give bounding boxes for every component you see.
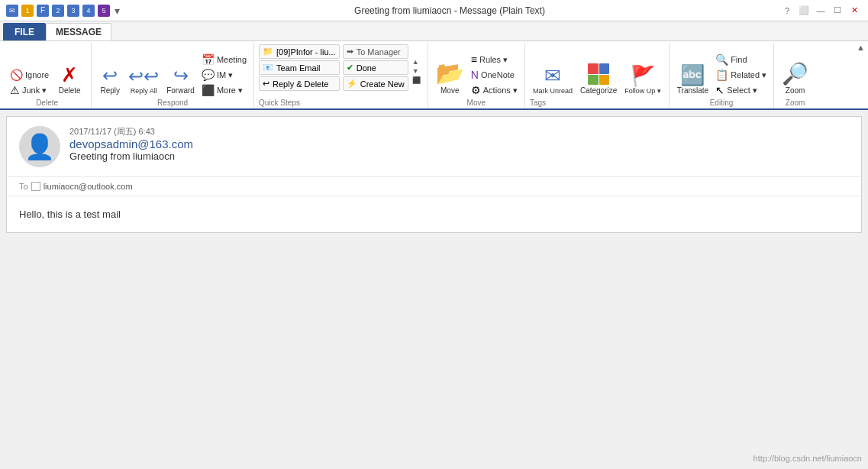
message-wrapper: 👤 2017/11/17 (周五) 6:43 devopsadmin@163.c… <box>0 110 868 239</box>
select-button[interactable]: ↖ Select ▾ <box>713 83 769 97</box>
ribbon-collapse-button[interactable]: ▲ <box>857 43 865 52</box>
qs-item-2[interactable]: 📧 Team Email <box>259 60 340 75</box>
onenote-icon: N <box>471 69 479 81</box>
message-area: 👤 2017/11/17 (周五) 6:43 devopsadmin@163.c… <box>6 116 862 233</box>
ignore-icon: 🚫 <box>10 69 23 81</box>
translate-icon: 🔤 <box>680 65 705 85</box>
respond-stack: 📅 Meeting 💬 IM ▾ ⬛ More ▾ <box>199 53 249 97</box>
reply-all-button[interactable]: ↩↩ Reply All <box>125 66 162 97</box>
qs-item-1[interactable]: 📁 [09]PInfor - liu... <box>259 44 340 59</box>
minimize-button[interactable]: — <box>813 4 828 18</box>
actions-button[interactable]: ⚙ Actions ▾ <box>469 83 520 97</box>
categorize-icon <box>588 63 609 85</box>
junk-button[interactable]: ⚠ Junk ▾ <box>8 83 51 97</box>
mark-unread-button[interactable]: ✉ Mark Unread <box>530 64 576 97</box>
quick-steps-content: 📁 [09]PInfor - liu... 📧 Team Email ↩ Rep… <box>259 44 423 97</box>
message-header: 👤 2017/11/17 (周五) 6:43 devopsadmin@163.c… <box>7 117 861 177</box>
related-button[interactable]: 📋 Related ▾ <box>713 68 769 82</box>
onenote-button[interactable]: N OneNote <box>469 68 520 82</box>
qs-scroll: ▲ ▼ ⬛ <box>410 44 423 97</box>
ignore-button[interactable]: 🚫 Ignore <box>8 68 51 82</box>
qa-icon-4[interactable]: 4 <box>82 5 95 17</box>
find-icon: 🔍 <box>715 53 728 66</box>
delete-stack: 🚫 Ignore ⚠ Junk ▾ <box>8 68 51 97</box>
ribbon: 🚫 Ignore ⚠ Junk ▾ ✗ Delete Delete ↩ Repl… <box>0 41 868 110</box>
tab-message[interactable]: MESSAGE <box>46 23 111 40</box>
group-respond-label: Respond <box>96 97 249 107</box>
message-subject: Greeting from liumiaocn <box>69 150 849 162</box>
title-bar-left: ✉ 1 F 2 3 4 5 ▾ <box>6 5 120 17</box>
mark-unread-icon: ✉ <box>544 66 561 86</box>
group-quick-steps: 📁 [09]PInfor - liu... 📧 Team Email ↩ Rep… <box>254 43 428 108</box>
group-tags-content: ✉ Mark Unread Categorize 🚩 Follow Up ▾ <box>530 44 664 97</box>
qs-reply-del-icon: ↩ <box>263 79 269 89</box>
window-title: Greeting from liumiaocn - Message (Plain… <box>120 5 779 16</box>
reply-button[interactable]: ↩ Reply <box>96 65 124 97</box>
qs-scroll-down[interactable]: ▼ <box>411 66 421 76</box>
tab-file[interactable]: FILE <box>3 23 46 40</box>
group-move-label: Move <box>433 97 520 107</box>
qa-icon-2[interactable]: 2 <box>52 5 64 17</box>
expand-button[interactable]: ⬜ <box>796 4 812 18</box>
message-meta: 2017/11/17 (周五) 6:43 devopsadmin@163.com… <box>69 126 849 162</box>
forward-icon: ↪ <box>173 66 189 85</box>
group-tags-label: Tags <box>530 97 664 107</box>
ribbon-tabs: FILE MESSAGE <box>0 21 868 41</box>
select-icon: ↖ <box>715 84 724 96</box>
junk-icon: ⚠ <box>10 84 20 96</box>
delete-button[interactable]: ✗ Delete <box>53 63 86 97</box>
translate-button[interactable]: 🔤 Translate <box>674 63 712 97</box>
qs-item-3[interactable]: ↩ Reply & Delete <box>259 76 340 91</box>
qs-scroll-up[interactable]: ▲ <box>411 57 421 66</box>
move-button[interactable]: 📂 Move <box>433 60 467 97</box>
follow-up-icon: 🚩 <box>631 66 655 86</box>
qs-create-icon: ⚡ <box>347 79 357 89</box>
zoom-button[interactable]: 🔎 Zoom <box>779 62 812 97</box>
meeting-button[interactable]: 📅 Meeting <box>199 53 249 66</box>
actions-icon: ⚙ <box>471 84 481 96</box>
qs-left: 📁 [09]PInfor - liu... 📧 Team Email ↩ Rep… <box>259 44 340 97</box>
group-zoom-content: 🔎 Zoom <box>779 44 812 97</box>
group-editing-content: 🔤 Translate 🔍 Find 📋 Related ▾ ↖ Select … <box>674 44 769 97</box>
rules-button[interactable]: ≡ Rules ▾ <box>469 53 520 66</box>
rules-icon: ≡ <box>471 53 477 66</box>
help-button[interactable]: ? <box>779 4 795 18</box>
group-respond: ↩ Reply ↩↩ Reply All ↪ Forward 📅 Meeting… <box>92 43 254 108</box>
move-icon: 📂 <box>436 62 464 85</box>
qs-right-items: ➡ To Manager ✔ Done ⚡ Create New <box>343 44 408 91</box>
qa-icon-f[interactable]: F <box>37 5 49 17</box>
forward-button[interactable]: ↪ Forward <box>163 65 198 97</box>
group-zoom-label: Zoom <box>779 97 812 107</box>
im-button[interactable]: 💬 IM ▾ <box>199 68 249 82</box>
zoom-icon: 🔎 <box>782 63 808 85</box>
maximize-button[interactable]: ☐ <box>830 4 845 18</box>
message-from[interactable]: devopsadmin@163.com <box>69 137 849 150</box>
qa-icon-3[interactable]: 3 <box>67 5 79 17</box>
qa-icon-5[interactable]: 5 <box>98 5 110 17</box>
title-bar: ✉ 1 F 2 3 4 5 ▾ Greeting from liumiaocn … <box>0 0 868 21</box>
categorize-button[interactable]: Categorize <box>577 62 620 97</box>
qs-more[interactable]: ⬛ <box>411 76 421 85</box>
group-delete: 🚫 Ignore ⚠ Junk ▾ ✗ Delete Delete <box>3 43 92 108</box>
close-button[interactable]: ✕ <box>847 4 862 18</box>
sender-avatar: 👤 <box>19 126 60 167</box>
find-button[interactable]: 🔍 Find <box>713 53 769 66</box>
to-address: liumiaocn@outlook.com <box>44 182 133 191</box>
group-editing: 🔤 Translate 🔍 Find 📋 Related ▾ ↖ Select … <box>670 43 774 108</box>
follow-up-button[interactable]: 🚩 Follow Up ▾ <box>621 64 664 97</box>
qa-icon-1[interactable]: 1 <box>21 5 34 17</box>
qs-create-new[interactable]: ⚡ Create New <box>343 76 408 91</box>
message-body-text: Hello, this is a test mail <box>19 209 121 220</box>
group-qs-label: Quick Steps <box>259 97 423 107</box>
qs-to-manager[interactable]: ➡ To Manager <box>343 44 408 59</box>
group-delete-label: Delete <box>8 97 86 107</box>
qa-dropdown[interactable]: ▾ <box>115 5 120 17</box>
to-checkbox[interactable] <box>31 182 40 191</box>
qs-folder-icon: 📁 <box>263 47 273 57</box>
qs-done-icon: ✔ <box>347 63 353 73</box>
group-tags: ✉ Mark Unread Categorize 🚩 Follow Up ▾ T… <box>525 43 670 108</box>
qs-done[interactable]: ✔ Done <box>343 60 408 75</box>
window-controls: ? ⬜ — ☐ ✕ <box>779 4 862 18</box>
message-body: Hello, this is a test mail <box>7 196 861 232</box>
more-respond-button[interactable]: ⬛ More ▾ <box>199 83 249 97</box>
